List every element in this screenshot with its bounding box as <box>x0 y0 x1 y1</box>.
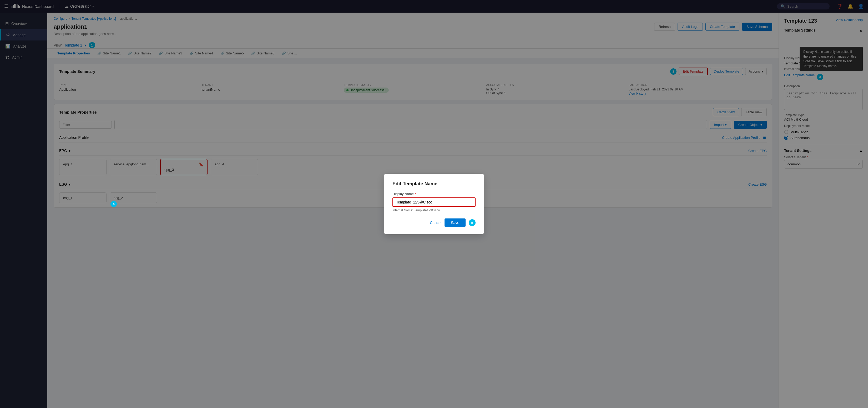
modal-display-name-input[interactable] <box>393 197 475 207</box>
edit-template-name-modal: Edit Template Name Display Name * Intern… <box>384 174 484 234</box>
modal-display-name-label: Display Name * <box>393 192 475 196</box>
modal-required-star: * <box>415 192 416 196</box>
step-4-badge-container: 4 <box>111 201 117 207</box>
step-4-badge: 4 <box>111 201 117 207</box>
modal-overlay: Edit Template Name Display Name * Intern… <box>0 0 868 408</box>
modal-cancel-button[interactable]: Cancel <box>430 220 441 225</box>
step-5-badge: 5 <box>469 219 475 226</box>
modal-internal-label: Internal Name: <box>393 208 413 212</box>
modal-label-text: Display Name <box>393 192 414 196</box>
modal-internal-value: Template123Cisco <box>414 208 440 212</box>
modal-title: Edit Template Name <box>393 181 475 186</box>
modal-internal-name: Internal Name: Template123Cisco <box>393 208 475 212</box>
modal-actions: Cancel Save 5 <box>393 218 475 227</box>
modal-save-button[interactable]: Save <box>444 218 466 227</box>
